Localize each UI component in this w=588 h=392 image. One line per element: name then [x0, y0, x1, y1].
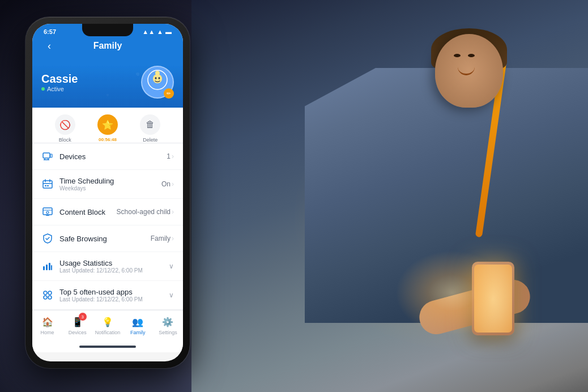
status-icons: ▲▲ ▲ ▬: [142, 28, 172, 35]
svg-rect-5: [43, 153, 50, 158]
svg-rect-21: [43, 266, 45, 270]
menu-item-browsing[interactable]: Safe Browsing Family ›: [32, 225, 183, 252]
action-row: 🚫 Block ⭐ 00:56:48 🗑 Delete: [32, 108, 183, 143]
usage-label: Usage Statistics: [59, 259, 163, 267]
phone-screen: 6:57 ▲▲ ▲ ▬ ‹ Family Cassie: [32, 24, 183, 361]
phone-shell: 6:57 ▲▲ ▲ ▬ ‹ Family Cassie: [25, 17, 190, 368]
devices-icon: [41, 150, 54, 163]
nav-settings[interactable]: ⚙️ Settings: [153, 315, 183, 335]
nav-notification-label: Notification: [95, 330, 121, 335]
phone-glow: [395, 250, 509, 335]
devices-value: 1: [167, 152, 171, 160]
top-apps-chevron: ∨: [169, 291, 174, 299]
delete-icon: 🗑: [140, 114, 160, 135]
devices-label: Devices: [59, 152, 161, 161]
avatar[interactable]: ✏: [141, 66, 174, 99]
devices-content: Devices: [59, 152, 161, 161]
timer-display: 00:56:48: [99, 137, 117, 142]
timer-button[interactable]: ⭐ 00:56:48: [97, 114, 118, 143]
svg-point-3: [159, 77, 160, 79]
avatar-svg: [147, 70, 168, 90]
top-apps-sublabel: Last Updated: 12/12/22, 6:00 PM: [59, 296, 163, 302]
menu-item-devices[interactable]: Devices 1 ›: [32, 143, 183, 170]
profile-section: Cassie Active: [32, 66, 183, 108]
browsing-right: Family ›: [151, 235, 174, 242]
header-title: Family: [93, 41, 122, 51]
battery-icon: ▬: [165, 28, 172, 35]
schedule-right: On ›: [161, 180, 174, 188]
nav-home-label: Home: [41, 330, 54, 335]
back-button[interactable]: ‹: [41, 38, 57, 54]
svg-point-25: [44, 291, 47, 295]
usage-stats-header[interactable]: Usage Statistics Last Updated: 12/12/22,…: [32, 252, 183, 280]
usage-sublabel: Last Updated: 12/12/22, 6:00 PM: [59, 267, 163, 274]
home-bar: [79, 346, 136, 348]
devices-chevron: ›: [172, 152, 174, 160]
top-apps-label: Top 5 often-used apps: [59, 288, 163, 296]
header-nav: ‹ Family: [41, 41, 174, 51]
notification-icon: 💡: [101, 315, 114, 329]
profile-left: Cassie Active: [41, 73, 78, 92]
nav-notification[interactable]: 💡 Notification: [92, 315, 122, 335]
stats-icon: [41, 260, 54, 272]
svg-rect-14: [45, 185, 46, 186]
nav-devices-badge: 3: [79, 313, 87, 321]
menu-item-schedule[interactable]: Time Scheduling Weekdays On ›: [32, 170, 183, 199]
home-indicator: [32, 342, 183, 352]
browsing-content: Safe Browsing: [59, 235, 145, 243]
content-block-icon: [41, 206, 54, 218]
svg-rect-10: [43, 181, 52, 188]
schedule-sublabel: Weekdays: [59, 185, 156, 191]
status-label: Active: [47, 86, 64, 92]
nav-family[interactable]: 👥 Family: [123, 315, 153, 335]
wifi-icon: ▲: [157, 28, 163, 35]
background-scene: [191, 0, 588, 392]
content-label: Content Block: [59, 208, 111, 216]
phone-notch: [82, 24, 133, 36]
usage-content: Usage Statistics Last Updated: 12/12/22,…: [59, 259, 163, 274]
content-right: School-aged child ›: [117, 208, 174, 216]
svg-rect-15: [47, 185, 49, 186]
delete-label: Delete: [143, 137, 157, 143]
schedule-label: Time Scheduling: [59, 177, 156, 185]
nav-home[interactable]: 🏠 Home: [32, 315, 62, 335]
signal-icon: ▲▲: [142, 28, 155, 35]
menu-item-content[interactable]: Content Block School-aged child ›: [32, 199, 183, 225]
edit-badge[interactable]: ✏: [164, 88, 174, 99]
devices-right: 1 ›: [167, 152, 174, 160]
safe-browsing-icon: [41, 232, 54, 245]
svg-rect-6: [50, 154, 52, 157]
browsing-chevron: ›: [172, 235, 174, 242]
nav-devices[interactable]: 📱 3 Devices: [62, 315, 92, 335]
status-time: 6:57: [44, 28, 56, 35]
browsing-label: Safe Browsing: [59, 235, 145, 243]
top-apps-section: Top 5 often-used apps Last Updated: 12/1…: [32, 281, 183, 310]
svg-point-26: [48, 291, 52, 295]
schedule-content: Time Scheduling Weekdays: [59, 177, 156, 191]
usage-chevron: ∨: [169, 262, 174, 270]
delete-button[interactable]: 🗑 Delete: [140, 114, 160, 143]
content-value: School-aged child: [117, 208, 171, 216]
block-button[interactable]: 🚫 Block: [55, 114, 75, 143]
svg-point-2: [155, 77, 157, 79]
phone-mockup: 6:57 ▲▲ ▲ ▬ ‹ Family Cassie: [25, 17, 190, 368]
status-dot: [41, 87, 45, 91]
timer-icon: ⭐: [97, 114, 118, 135]
settings-icon: ⚙️: [161, 315, 174, 329]
child-eye-right: [454, 54, 461, 57]
browsing-value: Family: [151, 235, 171, 242]
svg-point-18: [46, 211, 49, 214]
profile-info: Cassie Active: [41, 66, 174, 99]
menu-list: Devices 1 ›: [32, 143, 183, 310]
svg-rect-22: [46, 265, 48, 270]
schedule-icon: [41, 178, 54, 190]
content-content: Content Block: [59, 208, 111, 216]
top-apps-header[interactable]: Top 5 often-used apps Last Updated: 12/1…: [32, 281, 183, 309]
bottom-nav: 🏠 Home 📱 3 Devices 💡 Notification 👥: [32, 310, 183, 342]
svg-point-28: [48, 296, 52, 299]
svg-point-4: [155, 71, 160, 75]
block-icon: 🚫: [55, 114, 75, 135]
svg-rect-23: [49, 263, 50, 270]
nav-devices-icon: 📱 3: [71, 315, 84, 329]
apps-icon: [41, 289, 54, 301]
